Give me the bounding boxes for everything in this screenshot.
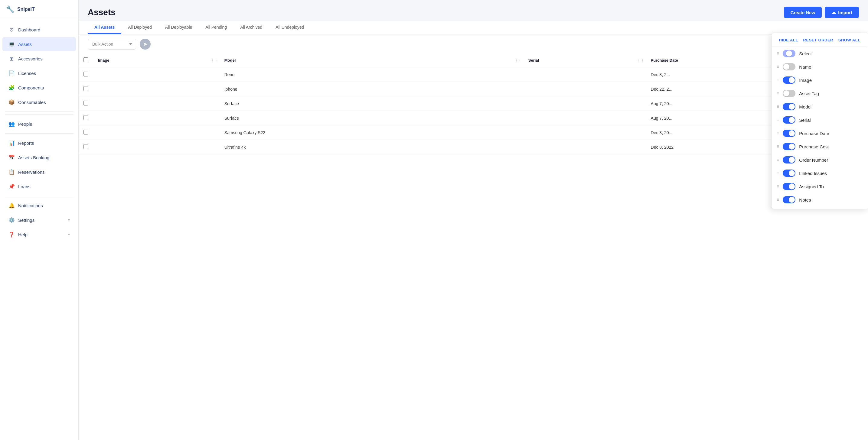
sidebar-item-settings[interactable]: ⚙️ Settings ▾ (2, 213, 76, 227)
panel-label-purchase-cost: Purchase Cost (799, 144, 829, 149)
toggle-name[interactable] (783, 63, 796, 70)
row-checkbox-cell (79, 140, 93, 155)
drag-handle-icon: ≡ (776, 197, 779, 202)
toggle-linked-issues[interactable] (783, 170, 796, 177)
toggle-track-purchase-cost[interactable] (783, 143, 796, 150)
row-image (93, 82, 220, 96)
people-icon: 👥 (8, 121, 14, 127)
toolbar: Bulk Action ➤ (79, 34, 868, 54)
drag-handle-icon: ≡ (776, 77, 779, 83)
tab-all-archived[interactable]: All Archived (234, 21, 269, 34)
toggle-track-notes[interactable] (783, 196, 796, 203)
toggle-order-number[interactable] (783, 156, 796, 164)
row-serial (524, 126, 646, 140)
drag-handle-icon: ≡ (776, 64, 779, 69)
toggle-track-assigned-to[interactable] (783, 183, 796, 190)
panel-label-asset-tag: Asset Tag (799, 91, 819, 96)
row-serial (524, 111, 646, 126)
sidebar-item-dashboard[interactable]: ⊙ Dashboard (2, 23, 76, 37)
reset-order-button[interactable]: RESET ORDER (803, 38, 833, 42)
toggle-asset-tag[interactable] (783, 90, 796, 97)
sidebar-item-assets[interactable]: 💻 Assets (2, 37, 76, 51)
toggle-notes[interactable] (783, 196, 796, 203)
toggle-model[interactable] (783, 103, 796, 110)
sidebar-item-consumables[interactable]: 📦 Consumables (2, 95, 76, 109)
table-row: Ultrafine 4k Dec 8, 2022 (79, 140, 868, 155)
tab-all-undeployed[interactable]: All Undeployed (269, 21, 311, 34)
row-serial (524, 140, 646, 155)
row-checkbox[interactable] (84, 130, 88, 134)
sidebar-item-loans[interactable]: 📌 Loans (2, 179, 76, 194)
sidebar-label-reservations: Reservations (18, 170, 45, 175)
panel-label-purchase-date: Purchase Date (799, 131, 829, 136)
toggle-track-select[interactable] (783, 50, 796, 57)
sidebar-label-reports: Reports (18, 140, 34, 146)
table-row: Reno Dec 8, 2... (79, 67, 868, 82)
row-image (93, 140, 220, 155)
toggle-track-asset-tag[interactable] (783, 90, 796, 97)
panel-row-order-number: ≡ Order Number (772, 153, 868, 167)
toggle-select[interactable] (783, 50, 796, 57)
panel-columns: ≡ Select ≡ Name ≡ Image ≡ Asset (772, 47, 868, 206)
row-checkbox[interactable] (84, 72, 88, 76)
toggle-purchase-date[interactable] (783, 130, 796, 137)
panel-header: HIDE ALL RESET ORDER SHOW ALL (772, 38, 868, 47)
tab-all-assets[interactable]: All Assets (88, 21, 121, 34)
row-checkbox[interactable] (84, 144, 88, 149)
tabs-bar: All AssetsAll DeployedAll DeployableAll … (79, 21, 868, 34)
sidebar-item-licenses[interactable]: 📄 Licenses (2, 66, 76, 80)
toggle-track-name[interactable] (783, 63, 796, 70)
sidebar-item-reports[interactable]: 📊 Reports (2, 136, 76, 150)
logo-icon: 🔧 (6, 5, 14, 13)
sidebar-label-people: People (18, 122, 32, 127)
toggle-assigned-to[interactable] (783, 183, 796, 190)
arrow-right-icon: ➤ (143, 41, 148, 47)
panel-label-name: Name (799, 64, 811, 69)
tab-all-pending[interactable]: All Pending (199, 21, 234, 34)
panel-row-serial: ≡ Serial (772, 113, 868, 127)
go-button[interactable]: ➤ (140, 39, 151, 49)
toggle-image[interactable] (783, 76, 796, 84)
table-row: Surface Aug 7, 20... (79, 96, 868, 111)
import-button[interactable]: ☁ Import (825, 7, 859, 18)
select-all-checkbox[interactable] (84, 58, 88, 62)
reports-icon: 📊 (8, 140, 14, 146)
hide-all-button[interactable]: HIDE ALL (779, 38, 798, 42)
row-checkbox[interactable] (84, 86, 88, 91)
create-new-button[interactable]: Create New (784, 7, 822, 18)
show-all-button[interactable]: SHOW ALL (838, 38, 861, 42)
sidebar-item-people[interactable]: 👥 People (2, 117, 76, 131)
toggle-track-image[interactable] (783, 76, 796, 84)
toggle-knob-select (786, 50, 792, 57)
row-serial (524, 96, 646, 111)
toggle-track-order-number[interactable] (783, 156, 796, 164)
toggle-knob-assigned-to (789, 183, 795, 190)
th-model: Model ⋮⋮ (220, 54, 524, 67)
tab-all-deployable[interactable]: All Deployable (158, 21, 199, 34)
sidebar-nav: ⊙ Dashboard 💻 Assets ⊞ Accessories 📄 Lic… (0, 19, 78, 245)
sidebar-item-assets-booking[interactable]: 📅 Assets Booking (2, 150, 76, 164)
panel-label-order-number: Order Number (799, 158, 828, 163)
logo-text: SnipeIT (17, 7, 35, 12)
tab-all-deployed[interactable]: All Deployed (121, 21, 158, 34)
table-row: Surface Aug 7, 20... (79, 111, 868, 126)
row-checkbox[interactable] (84, 101, 88, 105)
dashboard-icon: ⊙ (8, 27, 14, 33)
toggle-purchase-cost[interactable] (783, 143, 796, 150)
sidebar-item-components[interactable]: 🧩 Components (2, 81, 76, 95)
bulk-action-select[interactable]: Bulk Action (88, 39, 136, 49)
panel-row-purchase-date: ≡ Purchase Date (772, 127, 868, 140)
sidebar-item-help[interactable]: ❓ Help ▾ (2, 228, 76, 241)
toggle-track-linked-issues[interactable] (783, 170, 796, 177)
toggle-track-model[interactable] (783, 103, 796, 110)
sidebar-item-reservations[interactable]: 📋 Reservations (2, 165, 76, 179)
row-serial (524, 67, 646, 82)
toggle-track-purchase-date[interactable] (783, 130, 796, 137)
toggle-serial[interactable] (783, 116, 796, 124)
sidebar-item-notifications[interactable]: 🔔 Notifications (2, 199, 76, 212)
toggle-track-serial[interactable] (783, 116, 796, 124)
row-checkbox[interactable] (84, 115, 88, 120)
row-model: Surface (220, 96, 524, 111)
drag-handle-icon: ≡ (776, 117, 779, 123)
sidebar-item-accessories[interactable]: ⊞ Accessories (2, 52, 76, 66)
